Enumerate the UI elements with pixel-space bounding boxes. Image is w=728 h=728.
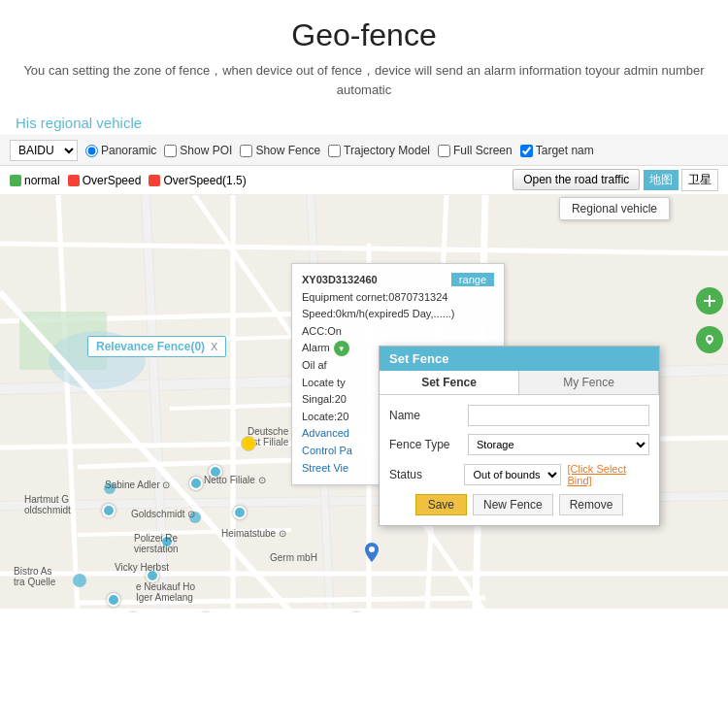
fence-type-row: Fence Type Storage <box>389 434 649 455</box>
location-dot-3 <box>209 465 222 479</box>
speed-info: Speed:0km/h(expired5 Day,......) <box>302 306 494 323</box>
show-fence-label: Show Fence <box>255 144 320 157</box>
regional-label: His regional vehicle <box>0 109 728 136</box>
header-description: You can setting the zone of fence，when d… <box>19 61 709 99</box>
fence-actions: Save New Fence Remove <box>389 494 649 515</box>
page-header: Geo-fence You can setting the zone of fe… <box>0 0 728 109</box>
legend-overspeed: OverSpeed <box>68 174 142 187</box>
legend-bar: normal OverSpeed OverSpeed(1.5) Open the… <box>0 166 728 195</box>
deutsche-post-icon <box>241 436 256 451</box>
overspeed-dot <box>68 175 80 186</box>
name-input[interactable] <box>468 405 649 426</box>
status-row: Status Out of bounds [Click Select Bind] <box>389 463 649 486</box>
page-title: Geo-fence <box>19 17 709 53</box>
map-controls-right: Open the road traffic 地图 卫星 <box>513 169 718 191</box>
range-button[interactable]: range <box>451 273 494 286</box>
panoramic-radio[interactable] <box>85 145 98 157</box>
alarm-label: Alarm <box>302 340 330 357</box>
show-fence-item[interactable]: Show Fence <box>240 144 320 157</box>
green-marker-btn[interactable] <box>696 287 723 314</box>
overspeed-label: OverSpeed <box>83 174 142 187</box>
overspeed-15-dot <box>149 175 160 186</box>
show-poi-label: Show POI <box>180 144 232 157</box>
normal-label: normal <box>24 174 60 187</box>
legend-overspeed-15: OverSpeed(1.5) <box>149 174 246 187</box>
location-dot-5 <box>233 506 247 519</box>
marker-icon-2 <box>703 333 716 347</box>
overspeed-15-label: OverSpeed(1.5) <box>163 174 246 187</box>
map-pin <box>365 543 379 566</box>
location-dot-4 <box>160 535 174 548</box>
fence-name-row: Name <box>389 405 649 426</box>
panoramic-item[interactable]: Panoramic <box>85 144 156 157</box>
show-poi-checkbox[interactable] <box>164 145 177 157</box>
info-header: XY03D3132460 range <box>302 272 494 289</box>
location-dot-2 <box>102 504 116 517</box>
ditu-button[interactable]: 地图 <box>644 170 678 190</box>
circle-icon-1 <box>104 482 116 494</box>
close-fence-button[interactable]: X <box>211 341 217 352</box>
street-link[interactable]: Street Vie <box>302 462 348 474</box>
location-dot-1 <box>189 477 203 490</box>
svg-point-29 <box>708 337 711 341</box>
show-fence-checkbox[interactable] <box>240 145 252 157</box>
map-container[interactable]: Regional vehicle Hartmut Goldschmidt Sab… <box>0 195 728 612</box>
weixing-button[interactable]: 卫星 <box>681 169 718 191</box>
circle-icon-2 <box>189 512 201 523</box>
set-fence-body: Name Fence Type Storage Status Out of bo… <box>380 395 659 525</box>
show-poi-item[interactable]: Show POI <box>164 144 232 157</box>
tab-my-fence[interactable]: My Fence <box>519 371 659 394</box>
click-select-link[interactable]: [Click Select Bind] <box>567 463 649 486</box>
status-label: Status <box>389 468 458 481</box>
full-screen-item[interactable]: Full Screen <box>438 144 513 157</box>
status-select[interactable]: Out of bounds <box>464 464 561 485</box>
marker-icon <box>703 294 716 308</box>
target-name-label: Target nam <box>536 144 594 157</box>
full-screen-label: Full Screen <box>453 144 513 157</box>
trajectory-label: Trajectory Model <box>344 144 430 157</box>
remove-button[interactable]: Remove <box>559 494 624 515</box>
toolbar: BAIDU Panoramic Show POI Show Fence Traj… <box>0 136 728 166</box>
target-name-item[interactable]: Target nam <box>520 144 594 157</box>
panoramic-label: Panoramic <box>101 144 156 157</box>
location-dot-7 <box>107 593 120 607</box>
device-id: XY03D3132460 <box>302 272 378 289</box>
green-marker-btn-2[interactable] <box>696 326 723 353</box>
full-screen-checkbox[interactable] <box>438 145 450 157</box>
normal-dot <box>10 175 21 186</box>
location-dot-6 <box>146 569 159 582</box>
svg-point-28 <box>369 546 375 552</box>
control-link[interactable]: Control Pa <box>302 445 352 456</box>
trajectory-checkbox[interactable] <box>328 145 341 157</box>
regional-vehicle-popup: Regional vehicle <box>559 197 670 220</box>
fence-type-label: Fence Type <box>389 438 462 451</box>
regional-vehicle-text: Regional vehicle <box>572 202 657 215</box>
advanced-link[interactable]: Advanced <box>302 427 349 439</box>
name-label: Name <box>389 409 462 422</box>
save-button[interactable]: Save <box>415 494 467 515</box>
circle-icon-3 <box>73 574 86 587</box>
open-road-button[interactable]: Open the road traffic <box>513 169 640 190</box>
relevance-fence-label: Relevance Fence(0) <box>96 340 205 353</box>
set-fence-header: Set Fence <box>380 347 659 371</box>
relevance-fence-box[interactable]: Relevance Fence(0) X <box>87 336 226 357</box>
alarm-arrow-icon[interactable] <box>334 341 349 356</box>
set-fence-tabs: Set Fence My Fence <box>380 371 659 395</box>
new-fence-button[interactable]: New Fence <box>473 494 553 515</box>
trajectory-model-item[interactable]: Trajectory Model <box>328 144 430 157</box>
tab-set-fence[interactable]: Set Fence <box>380 371 519 394</box>
legend-normal: normal <box>10 174 60 187</box>
equipment-info: Equipment cornet:0870731324 <box>302 289 494 307</box>
set-fence-dialog: Set Fence Set Fence My Fence Name Fence … <box>379 346 660 526</box>
fence-type-select[interactable]: Storage <box>468 434 649 455</box>
target-name-checkbox[interactable] <box>520 145 533 157</box>
baidu-select[interactable]: BAIDU <box>10 140 78 161</box>
acc-info: ACC:On <box>302 323 494 341</box>
